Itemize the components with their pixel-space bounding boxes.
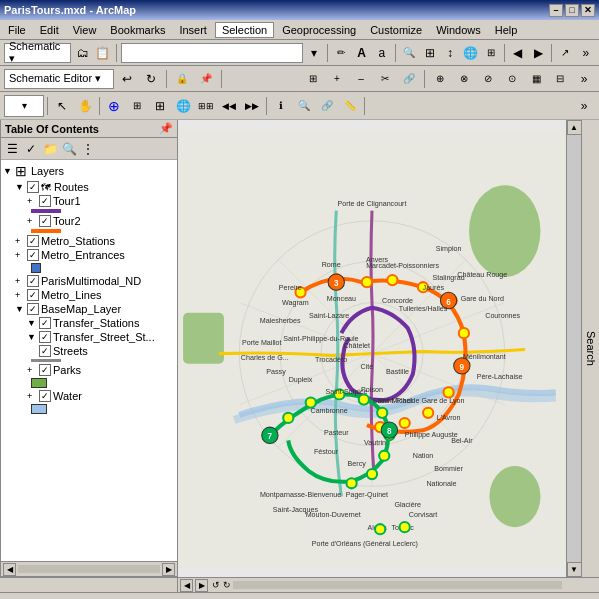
- se-btn-15[interactable]: ⊟: [549, 68, 571, 90]
- expand-layers[interactable]: ▼: [3, 166, 15, 176]
- toc-transfer-street[interactable]: ▼ ✓ Transfer_Street_St...: [25, 330, 177, 344]
- toc-basemap-layer[interactable]: ▼ ✓ BaseMap_Layer: [13, 302, 177, 316]
- se-btn-8[interactable]: ✂: [374, 68, 396, 90]
- toc-check-btn[interactable]: ✓: [22, 140, 40, 158]
- map-area[interactable]: 7 8 3 6 9 Porte de Clignancourt Simplon …: [178, 120, 566, 577]
- menu-file[interactable]: File: [2, 23, 32, 37]
- se-btn-9[interactable]: 🔗: [398, 68, 420, 90]
- se-btn-4[interactable]: 📌: [195, 68, 217, 90]
- se-btn-6[interactable]: +: [326, 68, 348, 90]
- check-metro-entrances[interactable]: ✓: [27, 249, 39, 261]
- toc-metro-lines[interactable]: + ✓ Metro_Lines: [13, 288, 177, 302]
- toc-paris-multimodal[interactable]: + ✓ ParisMultimodal_ND: [13, 274, 177, 288]
- dropdown-arrow[interactable]: ▾: [305, 42, 323, 64]
- scroll-down-btn[interactable]: ▼: [567, 562, 582, 577]
- text-btn-A[interactable]: A: [352, 42, 370, 64]
- schematic-dropdown[interactable]: Schematic ▾: [4, 43, 71, 63]
- se-btn-3[interactable]: 🔒: [171, 68, 193, 90]
- se-btn-13[interactable]: ⊙: [501, 68, 523, 90]
- se-more[interactable]: »: [573, 68, 595, 90]
- close-button[interactable]: ✕: [581, 4, 595, 17]
- minimize-button[interactable]: –: [549, 4, 563, 17]
- pan-btn[interactable]: ↕: [441, 42, 459, 64]
- map-zoom-full[interactable]: ⊞: [126, 95, 148, 117]
- check-water[interactable]: ✓: [39, 390, 51, 402]
- check-tour1[interactable]: ✓: [39, 195, 51, 207]
- check-routes[interactable]: ✓: [27, 181, 39, 193]
- expand-metro-entrances[interactable]: +: [15, 250, 27, 260]
- zoom-in-btn[interactable]: 🔍: [400, 42, 418, 64]
- se-btn-11[interactable]: ⊗: [453, 68, 475, 90]
- toc-metro-entrances[interactable]: + ✓ Metro_Entrances: [13, 248, 177, 262]
- se-btn-5[interactable]: ⊞: [302, 68, 324, 90]
- se-btn-10[interactable]: ⊕: [429, 68, 451, 90]
- search-tab[interactable]: Search: [581, 120, 599, 577]
- toc-water[interactable]: + ✓ Water: [25, 389, 177, 403]
- menu-selection[interactable]: Selection: [215, 22, 274, 38]
- check-transfer-stations[interactable]: ✓: [39, 317, 51, 329]
- map-scroll-left[interactable]: ◀: [180, 579, 193, 592]
- map-scroll-right[interactable]: ▶: [195, 579, 208, 592]
- map-zoom-in[interactable]: ⊕: [103, 95, 125, 117]
- menu-insert[interactable]: Insert: [173, 23, 213, 37]
- se-btn-12[interactable]: ⊘: [477, 68, 499, 90]
- toc-more-btn[interactable]: ⋮: [79, 140, 97, 158]
- menu-edit[interactable]: Edit: [34, 23, 65, 37]
- expand-parks[interactable]: +: [27, 365, 39, 375]
- toc-transfer-stations[interactable]: ▼ ✓ Transfer_Stations: [25, 316, 177, 330]
- menu-help[interactable]: Help: [489, 23, 524, 37]
- toc-scrollbar[interactable]: ◀ ▶: [1, 561, 177, 576]
- toc-folder-btn[interactable]: 📁: [41, 140, 59, 158]
- globe-btn[interactable]: 🌐: [461, 42, 479, 64]
- toc-list-btn[interactable]: ☰: [3, 140, 21, 158]
- check-parks[interactable]: ✓: [39, 364, 51, 376]
- expand-tour2[interactable]: +: [27, 216, 39, 226]
- maximize-button[interactable]: □: [565, 4, 579, 17]
- toc-routes[interactable]: ▼ ✓ 🗺 Routes: [13, 180, 177, 194]
- scroll-track[interactable]: [567, 135, 581, 562]
- map-extent3[interactable]: ▶▶: [241, 95, 263, 117]
- map-extent2[interactable]: ◀◀: [218, 95, 240, 117]
- menu-customize[interactable]: Customize: [364, 23, 428, 37]
- toc-pin[interactable]: 📌: [159, 122, 173, 135]
- arrow-left[interactable]: ◀: [509, 42, 527, 64]
- expand-tour1[interactable]: +: [27, 196, 39, 206]
- expand-metro-stations[interactable]: +: [15, 236, 27, 246]
- check-tour2[interactable]: ✓: [39, 215, 51, 227]
- toc-layers-root[interactable]: ▼ ⊞ Layers: [1, 162, 177, 180]
- schematic-name-dropdown[interactable]: [121, 43, 303, 63]
- map-arrow[interactable]: ↖: [51, 95, 73, 117]
- map-globe[interactable]: 🌐: [172, 95, 194, 117]
- expand-transfer-stations[interactable]: ▼: [27, 318, 39, 328]
- se-btn-1[interactable]: ↩: [116, 68, 138, 90]
- expand-metro-lines[interactable]: +: [15, 290, 27, 300]
- se-btn-14[interactable]: ▦: [525, 68, 547, 90]
- scroll-up-btn[interactable]: ▲: [567, 120, 582, 135]
- map-pan2[interactable]: ⊞: [149, 95, 171, 117]
- check-basemap[interactable]: ✓: [27, 303, 39, 315]
- map-zoom-dropdown[interactable]: ▾: [4, 95, 44, 117]
- map-measure[interactable]: 📏: [339, 95, 361, 117]
- check-paris-multimodal[interactable]: ✓: [27, 275, 39, 287]
- toc-tour1[interactable]: + ✓ Tour1: [25, 194, 177, 208]
- map-pan[interactable]: ✋: [74, 95, 96, 117]
- check-transfer-street[interactable]: ✓: [39, 331, 51, 343]
- menu-bookmarks[interactable]: Bookmarks: [104, 23, 171, 37]
- menu-windows[interactable]: Windows: [430, 23, 487, 37]
- expand-water[interactable]: +: [27, 391, 39, 401]
- expand-paris-multimodal[interactable]: +: [15, 276, 27, 286]
- toc-metro-stations[interactable]: + ✓ Metro_Stations: [13, 234, 177, 248]
- check-streets[interactable]: ✓: [39, 345, 51, 357]
- map-find[interactable]: 🔍: [293, 95, 315, 117]
- extend-btn[interactable]: »: [577, 42, 595, 64]
- toc-scroll-right[interactable]: ▶: [162, 563, 175, 576]
- menu-view[interactable]: View: [67, 23, 103, 37]
- expand-routes[interactable]: ▼: [15, 182, 27, 192]
- toc-streets[interactable]: ✓ Streets: [25, 344, 177, 358]
- map-hyperlink[interactable]: 🔗: [316, 95, 338, 117]
- expand-basemap[interactable]: ▼: [15, 304, 27, 314]
- map-extent1[interactable]: ⊞⊞: [195, 95, 217, 117]
- toc-scroll-left[interactable]: ◀: [3, 563, 16, 576]
- menu-geoprocessing[interactable]: Geoprocessing: [276, 23, 362, 37]
- map-identify[interactable]: ℹ: [270, 95, 292, 117]
